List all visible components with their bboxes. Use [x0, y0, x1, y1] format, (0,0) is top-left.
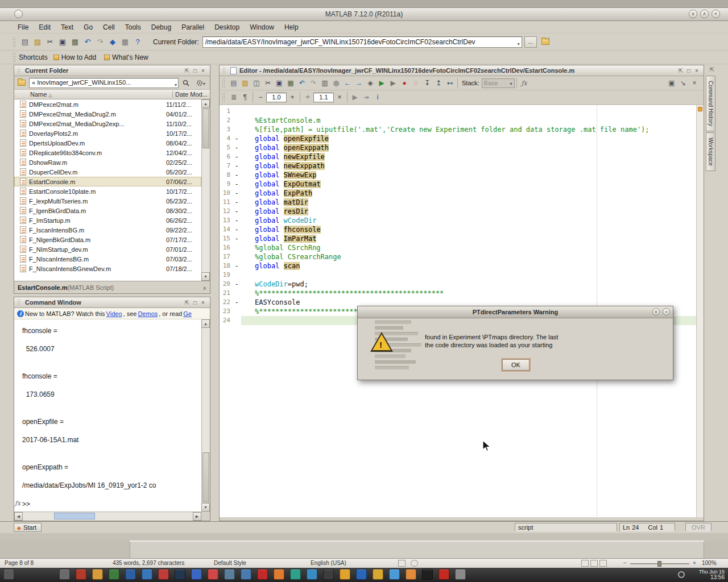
- run-icon[interactable]: ▶: [376, 77, 387, 89]
- start-button[interactable]: Start: [14, 523, 42, 532]
- breakpoint-gutter[interactable]: [232, 316, 241, 325]
- breakpoint-gutter[interactable]: -: [232, 152, 241, 161]
- code-text[interactable]: global matDir: [241, 198, 308, 207]
- dock-icon[interactable]: ↘: [677, 77, 689, 89]
- close-icon[interactable]: ×: [199, 299, 207, 306]
- current-folder-path-input[interactable]: /media/data/EASY/InovImager_jwrCF_WINLin…: [202, 36, 522, 48]
- file-row[interactable]: F_NlgenBkGrdData.m 07/17/2...: [14, 235, 201, 244]
- code-text[interactable]: [241, 271, 255, 280]
- dialog-titlebar[interactable]: PTdirectParameters Warning ∨×: [358, 306, 673, 318]
- code-line[interactable]: 17%global CSrearchRange: [220, 252, 696, 261]
- file-row[interactable]: F_NIscanIntensBG.m 07/03/2...: [14, 254, 201, 264]
- getting-started-link[interactable]: Ge: [183, 310, 192, 317]
- file-row[interactable]: F_ImStartup.m 06/26/2...: [14, 215, 201, 225]
- fx-icon[interactable]: [15, 500, 20, 507]
- code-text[interactable]: global wCodeDir: [241, 216, 316, 225]
- cut-icon[interactable]: ✂: [262, 77, 274, 89]
- writer-language[interactable]: English (USA): [311, 560, 346, 566]
- evaluate-cell-icon[interactable]: ▶: [349, 92, 361, 103]
- taskbar-app-icon[interactable]: [373, 569, 383, 580]
- file-row[interactable]: DpertsUploadDev.m 08/04/2...: [14, 138, 201, 148]
- taskbar-app-icon[interactable]: [125, 569, 136, 580]
- shade-window-button[interactable]: ∨: [689, 10, 697, 18]
- file-row[interactable]: F_IscanIntensBG.m 09/22/2...: [14, 225, 201, 235]
- file-row[interactable]: DMPexcel2mat.m 11/11/2...: [14, 99, 201, 109]
- find-files-icon[interactable]: ◈: [365, 77, 376, 89]
- code-line[interactable]: 5-global openExppath: [220, 143, 696, 152]
- cut-icon[interactable]: ✂: [44, 36, 56, 48]
- file-row[interactable]: DsuperCellDev.m 05/20/2...: [14, 167, 201, 177]
- file-row[interactable]: F_lexpMultiTseries.m 05/23/2...: [14, 196, 201, 206]
- folder-icon[interactable]: [16, 77, 27, 89]
- code-line[interactable]: 1: [220, 107, 696, 116]
- code-line[interactable]: 8-global SWnewExp: [220, 171, 696, 180]
- breakpoint-gutter[interactable]: -: [232, 143, 241, 152]
- file-row[interactable]: F_lgenBkGrdData.m 08/30/2...: [14, 206, 201, 215]
- taskbar-app-icon[interactable]: [307, 569, 317, 580]
- file-row[interactable]: DReplicate96to384conv.m 12/04/2...: [14, 148, 201, 157]
- divide-value-button[interactable]: ÷: [302, 92, 313, 103]
- taskbar-app-icon[interactable]: [175, 569, 185, 580]
- code-line[interactable]: 18-global scan: [220, 261, 696, 271]
- toolbar-drag-handle[interactable]: [222, 78, 225, 88]
- redo-icon[interactable]: ↷: [94, 36, 106, 48]
- forward-icon[interactable]: →: [353, 77, 365, 89]
- menu-item[interactable]: Text: [56, 22, 78, 33]
- undock-icon[interactable]: ⇱: [677, 67, 685, 74]
- simulink-icon[interactable]: ◆: [106, 36, 119, 48]
- paste-icon[interactable]: ▦: [285, 77, 296, 89]
- copy-icon[interactable]: ▣: [274, 77, 285, 89]
- code-text[interactable]: wCodeDir=pwd;: [241, 280, 308, 289]
- code-text[interactable]: global resDir: [241, 207, 308, 216]
- scrollbar-up-icon[interactable]: ▲: [201, 319, 210, 328]
- find-icon[interactable]: ◎: [330, 77, 342, 89]
- code-line[interactable]: 14-global fhconsole: [220, 225, 696, 234]
- code-text[interactable]: EASYconsole: [241, 298, 300, 307]
- breakpoint-gutter[interactable]: [232, 289, 241, 298]
- undo-icon[interactable]: ↶: [296, 77, 308, 89]
- help-icon[interactable]: ?: [131, 36, 144, 48]
- close-window-button[interactable]: ×: [712, 10, 720, 18]
- show-desktop-icon[interactable]: [3, 569, 14, 580]
- step-icon[interactable]: ↧: [421, 77, 433, 89]
- breakpoint-gutter[interactable]: -: [232, 216, 241, 225]
- command-output[interactable]: fhconsole = 526.0007fhconsole = 173.0659…: [14, 319, 201, 512]
- unshade-window-button[interactable]: ∧: [700, 10, 709, 18]
- scrollbar-right-icon[interactable]: ▶: [193, 512, 201, 521]
- toolbar-drag-handle[interactable]: [13, 52, 16, 63]
- undock-icon[interactable]: ⇱: [708, 66, 716, 73]
- scrollbar-left-icon[interactable]: ◀: [14, 512, 23, 521]
- menu-item[interactable]: Cell: [98, 22, 120, 33]
- file-list-scrollbar[interactable]: ▲ ▼: [201, 99, 210, 281]
- date-column-header[interactable]: Date Mod...: [172, 91, 210, 98]
- taskbar-app-icon[interactable]: [59, 569, 70, 580]
- code-text[interactable]: global newExppath: [241, 161, 325, 171]
- file-row[interactable]: DMPexcel2mat_MediaDrug2exp... 11/10/2...: [14, 119, 201, 128]
- breakpoint-gutter[interactable]: -: [232, 161, 241, 171]
- taskbar-app-icon[interactable]: [241, 569, 251, 580]
- panel-drag-handle[interactable]: [17, 67, 20, 74]
- annotation-gutter[interactable]: [696, 105, 704, 517]
- file-row[interactable]: F_NImStartup_dev.m 07/01/2...: [14, 244, 201, 254]
- file-row[interactable]: F_NIscanIntensBGnewDev.m 07/18/2...: [14, 264, 201, 273]
- redo-icon[interactable]: ↷: [308, 77, 319, 89]
- code-line[interactable]: 21%*************************************…: [220, 289, 696, 298]
- vertical-tab[interactable]: Command History: [706, 76, 715, 131]
- evaluate-advance-icon[interactable]: ↠: [361, 92, 372, 103]
- collapse-details-icon[interactable]: [202, 284, 206, 291]
- taskbar-app-icon[interactable]: [257, 569, 268, 580]
- taskbar-app-icon[interactable]: [109, 569, 119, 580]
- code-line[interactable]: 16%global CSrchRng: [220, 243, 696, 252]
- command-prompt[interactable]: >>: [22, 500, 30, 509]
- code-line[interactable]: 13-global wCodeDir: [220, 216, 696, 225]
- open-file-icon[interactable]: ▨: [31, 36, 44, 48]
- video-link[interactable]: Video: [106, 310, 122, 317]
- code-text[interactable]: global openExpfile: [241, 134, 329, 143]
- menu-item[interactable]: Window: [245, 22, 279, 33]
- browse-folder-button[interactable]: ...: [524, 36, 537, 48]
- undock-icon[interactable]: ⇱: [183, 299, 191, 306]
- new-document-icon[interactable]: ▤: [228, 77, 239, 89]
- fx-icon[interactable]: [519, 77, 530, 89]
- taskbar-app-icon[interactable]: [92, 569, 103, 580]
- actions-gear-icon[interactable]: [193, 77, 208, 89]
